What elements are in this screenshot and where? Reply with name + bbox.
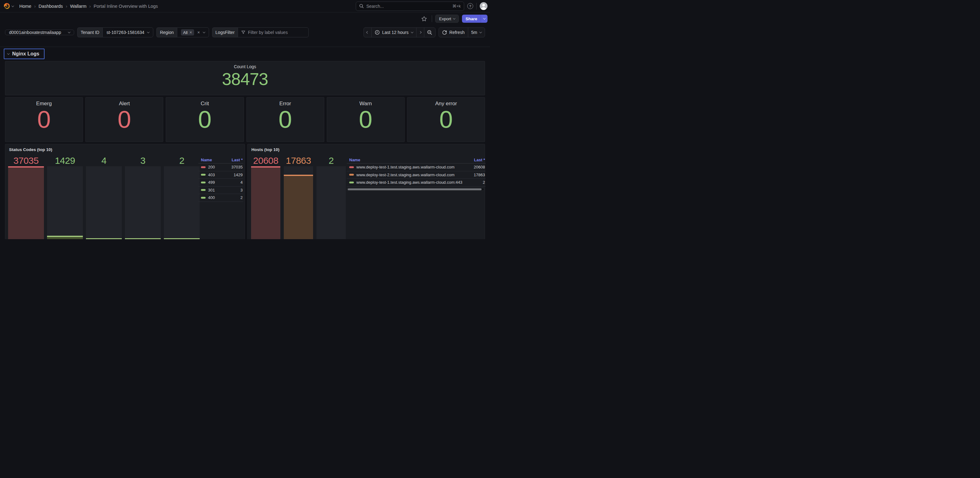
time-shift-back-button[interactable] xyxy=(364,28,372,37)
series-last-value: 2 xyxy=(483,180,485,185)
refresh-interval-dropdown[interactable]: 5m xyxy=(468,28,485,37)
datasource-chevron-down-icon xyxy=(68,30,70,33)
search-input[interactable] xyxy=(366,4,450,9)
datasource-dropdown[interactable]: d0001ainboxatestmailaapp xyxy=(5,30,74,35)
series-color-pill xyxy=(349,166,354,168)
panel-title: Status Codes (top 10) xyxy=(9,147,52,152)
table-row[interactable]: 301 3 xyxy=(199,187,243,194)
series-last-value: 1429 xyxy=(234,173,243,177)
bar-value: 1429 xyxy=(47,156,83,166)
table-row[interactable]: 200 37035 xyxy=(199,164,243,171)
share-chevron-down-icon xyxy=(483,17,485,19)
region-chip-close-icon[interactable]: × xyxy=(189,30,192,35)
breadcrumb-home[interactable]: Home xyxy=(19,4,32,9)
table-row[interactable]: 403 1429 xyxy=(199,171,243,179)
toolbar-divider xyxy=(432,15,432,22)
chevron-left-icon xyxy=(366,31,369,33)
share-button[interactable]: Share xyxy=(462,14,480,23)
bar-gauge-403 xyxy=(47,166,83,239)
series-color-pill xyxy=(201,174,205,176)
bar-value: 17863 xyxy=(284,156,313,166)
org-switcher[interactable] xyxy=(3,3,14,10)
table-row[interactable]: www.deploy-test-2.test.staging.aws.walla… xyxy=(347,171,486,179)
series-name: www.deploy-test-2.test.staging.aws.walla… xyxy=(356,173,455,177)
export-button[interactable]: Export xyxy=(435,14,459,23)
table-row[interactable]: 400 2 xyxy=(199,194,243,202)
panel-stat-alert[interactable]: Alert 0 xyxy=(85,97,163,142)
panel-status-codes[interactable]: Status Codes (top 10) 37035 1429 4 3 2 N… xyxy=(5,144,245,239)
bar-value: 37035 xyxy=(8,156,44,166)
table-header-name[interactable]: Name xyxy=(349,157,472,162)
breadcrumb-dashboards[interactable]: Dashboards xyxy=(39,4,63,9)
scrollbar-thumb[interactable] xyxy=(348,188,482,190)
search-shortcut: ⌘+k xyxy=(452,4,461,8)
region-chip[interactable]: All × xyxy=(181,29,194,35)
table-header-row: Name Last * xyxy=(199,157,243,164)
breadcrumb-wallarm[interactable]: Wallarm xyxy=(70,4,87,9)
tenant-label: Tenant ID xyxy=(77,27,102,37)
row-chevron-down-icon xyxy=(7,52,10,54)
time-range-label: Last 12 hours xyxy=(382,30,409,35)
bar-value: 2 xyxy=(317,156,346,166)
panel-title: Hosts (top 10) xyxy=(251,147,279,152)
stat-value: 0 xyxy=(327,107,404,132)
series-color-pill xyxy=(201,197,205,199)
chevron-right-icon xyxy=(418,31,421,33)
refresh-button[interactable]: Refresh xyxy=(439,28,468,37)
region-chip-label: All xyxy=(183,30,188,35)
header-divider xyxy=(0,47,490,47)
stat-value: 0 xyxy=(86,107,163,132)
row-toggle-nginx-logs[interactable]: Nginx Logs xyxy=(4,49,45,59)
search-box[interactable]: ⌘+k xyxy=(356,2,464,11)
panel-stat-warn[interactable]: Warn 0 xyxy=(327,97,405,142)
table-row[interactable]: 499 4 xyxy=(199,179,243,187)
logsfilter-input[interactable] xyxy=(248,30,305,35)
table-row[interactable]: www.deploy-test-1.test.staging.aws.walla… xyxy=(347,164,486,171)
region-label: Region xyxy=(156,27,177,37)
series-color-pill xyxy=(201,166,205,168)
time-shift-forward-button[interactable] xyxy=(417,28,424,37)
panel-hosts[interactable]: Hosts (top 10) 20608 17863 2 Name Last *… xyxy=(247,144,485,239)
table-header-last[interactable]: Last * xyxy=(474,157,485,162)
series-last-value: 20608 xyxy=(474,165,485,169)
time-range-controls: Last 12 hours xyxy=(364,27,436,37)
search-icon xyxy=(359,4,364,8)
stat-value: 0 xyxy=(247,107,324,132)
time-zoom-out-button[interactable] xyxy=(424,28,435,37)
table-header-name[interactable]: Name xyxy=(201,157,229,162)
series-last-value: 17863 xyxy=(474,173,485,177)
favorite-star-icon[interactable] xyxy=(419,14,429,23)
series-name: 400 xyxy=(208,195,215,200)
time-range-picker[interactable]: Last 12 hours xyxy=(372,28,417,37)
refresh-chevron-down-icon xyxy=(479,30,482,33)
share-menu-button[interactable] xyxy=(480,14,487,23)
bar-gauge-301 xyxy=(125,166,161,239)
top-nav: Home › Dashboards › Wallarm › Portal Inl… xyxy=(0,0,490,13)
help-icon[interactable]: ? xyxy=(467,3,473,9)
region-clear-icon[interactable]: × xyxy=(197,30,200,35)
logsfilter-input-box[interactable] xyxy=(238,27,309,37)
tenant-dropdown[interactable]: st-107263-1581634 xyxy=(102,27,153,37)
panel-count-logs[interactable]: Count Logs 38473 xyxy=(5,61,485,95)
stat-value: 0 xyxy=(5,107,83,132)
logsfilter-variable: LogsFilter xyxy=(212,27,309,37)
horizontal-scrollbar[interactable] xyxy=(347,188,484,191)
severity-stat-row: Emerg 0 Alert 0 Crit 0 Error 0 Warn 0 An… xyxy=(5,97,485,142)
panel-stat-any-error[interactable]: Any error 0 xyxy=(407,97,485,142)
variables-bar: d0001ainboxatestmailaapp Tenant ID st-10… xyxy=(5,27,485,37)
tenant-chevron-down-icon xyxy=(147,30,150,33)
panel-stat-error[interactable]: Error 0 xyxy=(247,97,324,142)
table-row[interactable]: www.deploy-test-1.test.staging.aws.walla… xyxy=(347,179,486,187)
series-name: 403 xyxy=(208,173,215,177)
table-header-row: Name Last * xyxy=(347,157,486,164)
series-color-pill xyxy=(201,181,205,183)
grafana-logo-icon xyxy=(3,3,11,10)
logsfilter-label: LogsFilter xyxy=(212,27,238,37)
dashboard-toolbar: Export Share xyxy=(0,13,490,25)
refresh-interval-value: 5m xyxy=(471,30,477,35)
region-dropdown[interactable]: All × × xyxy=(177,27,209,37)
panel-stat-crit[interactable]: Crit 0 xyxy=(166,97,243,142)
avatar[interactable] xyxy=(480,2,487,10)
table-header-last[interactable]: Last * xyxy=(232,157,243,162)
panel-stat-emerg[interactable]: Emerg 0 xyxy=(5,97,83,142)
